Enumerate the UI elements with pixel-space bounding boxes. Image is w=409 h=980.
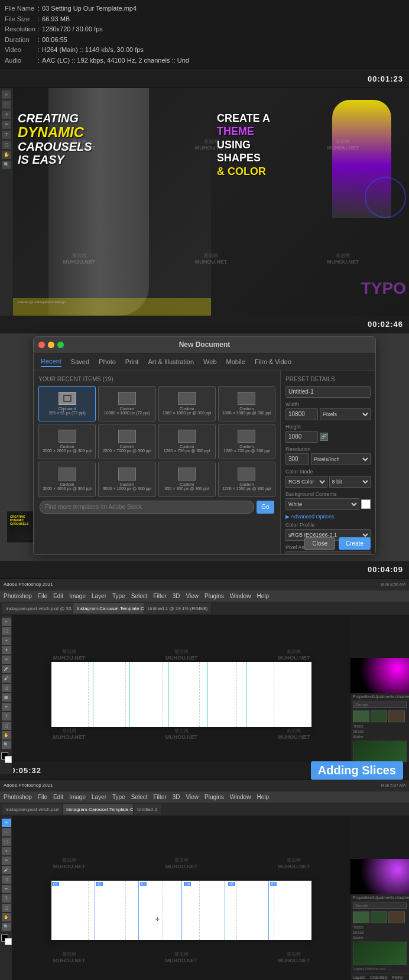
- tool-eraser-3[interactable]: ◻: [2, 684, 11, 692]
- menu-view-3[interactable]: View: [186, 593, 199, 599]
- recent-item-1[interactable]: Custom10800 × 1080 px (72 ppi): [98, 386, 155, 421]
- lock-aspect-button[interactable]: 🔗: [320, 433, 328, 441]
- paths-tab-4[interactable]: Paths: [392, 975, 403, 979]
- color-mode-select[interactable]: RGB Color: [285, 476, 327, 488]
- minimize-window-button[interactable]: [48, 342, 54, 348]
- tool-pen-4[interactable]: ✏: [2, 885, 11, 893]
- tool-brush-3[interactable]: 🖌: [2, 674, 11, 683]
- stock-go-button[interactable]: Go: [257, 501, 274, 514]
- menu-select-4[interactable]: Select: [131, 794, 148, 800]
- tab-saved[interactable]: Saved: [71, 357, 89, 366]
- stock-search-input[interactable]: [40, 501, 254, 514]
- menu-window-4[interactable]: Window: [230, 794, 251, 800]
- tool-crop-4[interactable]: ✂: [2, 856, 11, 865]
- menu-layer-4[interactable]: Layer: [92, 794, 106, 800]
- tab-photo[interactable]: Photo: [99, 357, 116, 366]
- recent-item-2[interactable]: Custom1080 × 1080 px @ 300 ppi: [158, 386, 216, 421]
- new-document-dialog[interactable]: New Document Recent Saved Photo Print Ar…: [33, 336, 376, 555]
- tool-zoom[interactable]: 🔍: [2, 161, 11, 169]
- tool-type[interactable]: T: [2, 131, 11, 139]
- preset-name-input[interactable]: [285, 386, 371, 398]
- recent-item-10[interactable]: Custom950 × 300 px @ 300 ppi: [158, 462, 216, 497]
- tool-shape-4[interactable]: ◻: [2, 904, 11, 912]
- close-window-button[interactable]: [38, 342, 45, 348]
- adj-tab-4[interactable]: Adjustments: [372, 895, 395, 900]
- menu-select-3[interactable]: Select: [131, 593, 148, 599]
- tool-selection[interactable]: ▷: [2, 90, 11, 99]
- tool-eraser-4[interactable]: ◻: [2, 875, 11, 884]
- tool-pen-3[interactable]: ✏: [2, 703, 11, 711]
- tool-hand-3[interactable]: ✋: [2, 731, 11, 739]
- background-color-3[interactable]: [5, 756, 12, 763]
- menu-window-3[interactable]: Window: [230, 593, 251, 599]
- props-tab-4[interactable]: Properties: [353, 895, 372, 900]
- recent-item-9[interactable]: Custom3000 × 1600 px @ 300 ppi: [98, 462, 155, 497]
- tool-select-4[interactable]: ⬚: [2, 838, 11, 846]
- advanced-options-toggle[interactable]: ▶ Advanced Options: [285, 514, 371, 520]
- ps-tab-untitled-4[interactable]: Untitled-1: [134, 804, 161, 814]
- tool-zoom-3[interactable]: 🔍: [2, 741, 11, 749]
- tool-move-4[interactable]: ↔: [2, 828, 11, 836]
- menu-photoshop-3[interactable]: Photoshop: [4, 593, 32, 599]
- tool-type-4[interactable]: T: [2, 894, 11, 903]
- menu-3d-3[interactable]: 3D: [173, 593, 180, 599]
- bit-depth-select[interactable]: 8 bit: [329, 476, 371, 488]
- menu-layer-3[interactable]: Layer: [92, 593, 106, 599]
- bg-contents-select[interactable]: White: [285, 498, 359, 510]
- recent-item-clipboard[interactable]: Clipboard285 × 91 px (72 ppi): [38, 386, 96, 421]
- channels-tab-4[interactable]: Channels: [370, 975, 388, 979]
- tab-web[interactable]: Web: [203, 357, 216, 366]
- menu-file-3[interactable]: File: [38, 593, 47, 599]
- tool-pen[interactable]: ✏: [2, 121, 11, 129]
- tool-shape[interactable]: ◻: [2, 141, 11, 149]
- menu-view-4[interactable]: View: [186, 794, 199, 800]
- maximize-window-button[interactable]: [57, 342, 64, 348]
- recent-item-4[interactable]: Custom2000 × 2000 px @ 300 ppi: [38, 424, 96, 459]
- recent-item-6[interactable]: Custom1280 × 720 px @ 300 ppi: [158, 424, 216, 459]
- recent-item-8[interactable]: Custom3000 × 4000 px @ 300 ppi: [38, 462, 96, 497]
- tool-brush-4[interactable]: 🖌: [2, 866, 11, 874]
- recent-item-5[interactable]: Custom2200 × 7000 px @ 300 ppi: [98, 424, 155, 459]
- menu-filter-4[interactable]: Filter: [153, 794, 166, 800]
- create-button[interactable]: Create: [339, 537, 371, 550]
- recent-item-7[interactable]: Custom1280 × 720 px @ 360 ppi: [218, 424, 275, 459]
- menu-image-4[interactable]: Image: [69, 794, 86, 800]
- menu-type-3[interactable]: Type: [112, 593, 125, 599]
- background-color-4[interactable]: [5, 938, 12, 945]
- props-tab-3[interactable]: Properties: [353, 695, 372, 699]
- width-input[interactable]: [285, 408, 318, 420]
- ps-tab-carousel-4[interactable]: Instagram-Carousel-Template-CLASS: [63, 804, 134, 814]
- tool-crop-3[interactable]: ✂: [2, 656, 11, 664]
- tab-recent[interactable]: Recent: [41, 356, 61, 367]
- libs-tab-3[interactable]: Libraries: [394, 695, 409, 699]
- tool-gradient-3[interactable]: ▦: [2, 693, 11, 702]
- recent-item-11[interactable]: Custom1200 × 1500 px @ 300 ppi: [218, 462, 275, 497]
- tool-slice-4[interactable]: ✂: [2, 819, 11, 827]
- tool-eyedropper-3[interactable]: 💉: [2, 665, 11, 673]
- tool-hand[interactable]: ✋: [2, 151, 11, 159]
- tool-wand-3[interactable]: ✦: [2, 646, 11, 654]
- menu-help-4[interactable]: Help: [257, 794, 269, 800]
- menu-image-3[interactable]: Image: [69, 593, 86, 599]
- tool-type-3[interactable]: T: [2, 712, 11, 721]
- pixel-aspect-select[interactable]: Square Pixels: [285, 551, 371, 555]
- menu-filter-3[interactable]: Filter: [153, 593, 166, 599]
- tool-move-3[interactable]: ↔: [2, 618, 11, 626]
- menu-photoshop-4[interactable]: Photoshop: [4, 794, 32, 800]
- tool-shape-3[interactable]: ◻: [2, 722, 11, 730]
- tool-lasso[interactable]: ⌖: [2, 111, 11, 119]
- menu-edit-4[interactable]: Edit: [53, 794, 63, 800]
- menu-plugins-3[interactable]: Plugins: [204, 593, 224, 599]
- ps-tab-witch[interactable]: instagram-post-witch.psd @ 33.3% (RGB/8): [2, 603, 73, 614]
- layers-tab-4[interactable]: Layers: [353, 975, 365, 979]
- height-input[interactable]: [285, 431, 318, 443]
- close-button[interactable]: Close: [304, 537, 335, 550]
- tool-zoom-4[interactable]: 🔍: [2, 923, 11, 931]
- menu-edit-3[interactable]: Edit: [53, 593, 63, 599]
- libs-tab-4[interactable]: Libraries: [394, 895, 409, 900]
- menu-type-4[interactable]: Type: [112, 794, 125, 800]
- menu-plugins-4[interactable]: Plugins: [204, 794, 224, 800]
- width-unit-select[interactable]: Pixels: [320, 408, 371, 420]
- tool-marquee[interactable]: ⬚: [2, 100, 11, 109]
- tool-lasso-3[interactable]: ⌖: [2, 637, 11, 645]
